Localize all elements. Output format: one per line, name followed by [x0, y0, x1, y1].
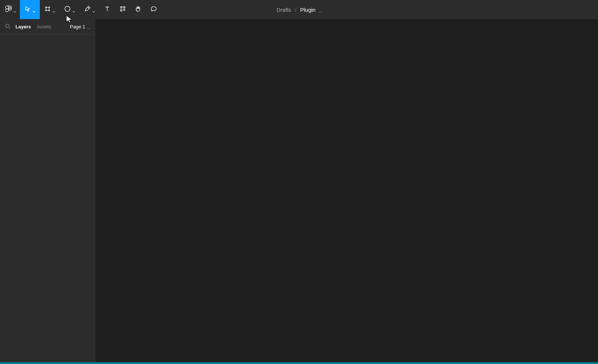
bottom-accent-strip	[0, 362, 598, 364]
canvas[interactable]	[96, 19, 598, 362]
page-switcher-label: Page 1	[70, 24, 85, 29]
chevron-down-icon	[52, 8, 55, 11]
text-tool-icon	[104, 6, 111, 14]
hand-tool-icon	[135, 6, 142, 14]
chevron-down-icon	[13, 8, 16, 11]
chevron-down-icon	[32, 8, 35, 11]
breadcrumb-separator: /	[295, 7, 296, 13]
pen-tool-button[interactable]	[80, 0, 100, 19]
tab-assets[interactable]: Assets	[37, 24, 51, 29]
svg-point-5	[6, 24, 9, 28]
breadcrumb-file[interactable]: Plugin	[300, 7, 321, 13]
ellipse-icon	[64, 6, 71, 14]
chevron-down-icon	[319, 8, 321, 11]
figma-logo-icon	[5, 4, 12, 15]
search-icon	[5, 24, 10, 30]
chevron-down-icon	[72, 8, 75, 11]
chevron-down-icon	[87, 25, 90, 28]
resources-tool-button[interactable]	[115, 0, 131, 19]
text-tool-button[interactable]	[100, 0, 115, 19]
top-toolbar: Drafts / Plugin	[0, 0, 598, 19]
shape-tool-button[interactable]	[60, 0, 80, 19]
pen-tool-icon	[84, 6, 91, 14]
search-button[interactable]	[5, 24, 10, 30]
comment-tool-button[interactable]	[146, 0, 161, 19]
workspace: Layers Assets Page 1	[0, 19, 598, 362]
svg-rect-2	[121, 7, 122, 8]
frame-tool-button[interactable]	[40, 0, 60, 19]
resources-icon	[119, 6, 126, 14]
left-panel: Layers Assets Page 1	[0, 19, 96, 362]
comment-icon	[150, 6, 157, 14]
chevron-down-icon	[92, 8, 95, 11]
panel-tabs: Layers Assets	[15, 24, 65, 29]
layers-list	[0, 35, 95, 362]
frame-tool-icon	[44, 6, 51, 14]
svg-rect-3	[124, 7, 125, 8]
move-tool-button[interactable]	[20, 0, 40, 19]
main-menu-button[interactable]	[0, 0, 20, 19]
breadcrumb: Drafts / Plugin	[277, 7, 321, 13]
left-panel-header: Layers Assets Page 1	[0, 19, 95, 35]
hand-tool-button[interactable]	[131, 0, 146, 19]
file-name-text: Plugin	[300, 7, 316, 13]
tab-layers[interactable]: Layers	[15, 24, 31, 29]
move-tool-icon	[24, 6, 31, 14]
svg-point-1	[65, 6, 70, 11]
toolbar-left-group	[0, 0, 161, 19]
page-switcher[interactable]: Page 1	[70, 24, 93, 29]
svg-rect-4	[121, 10, 122, 11]
breadcrumb-location[interactable]: Drafts	[277, 7, 291, 13]
